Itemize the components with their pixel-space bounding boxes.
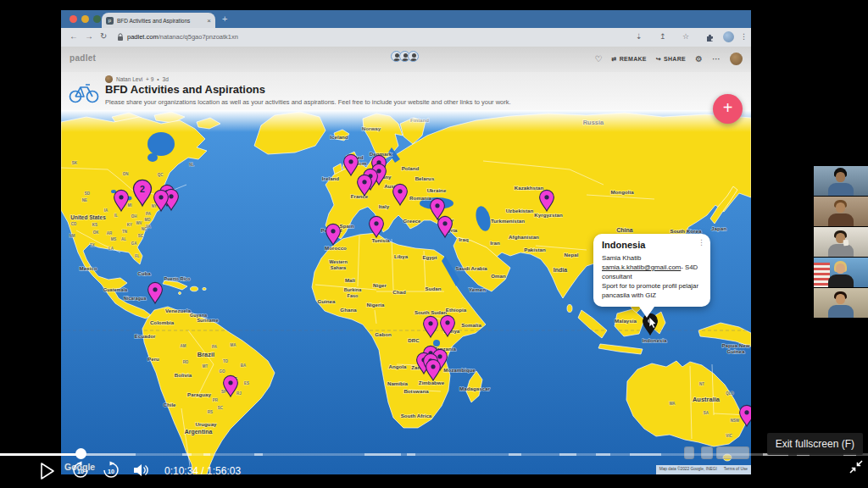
- terms-of-use-link[interactable]: Terms of Use: [721, 465, 751, 474]
- popup-email-link[interactable]: samia.k.khatib@gmail.com: [602, 263, 681, 271]
- region-label: VIC: [726, 434, 732, 438]
- region-label: BA: [241, 363, 247, 368]
- map-attribution: Map data ©2022 Google, INEGITerms of Use: [656, 465, 751, 474]
- map-pin[interactable]: [438, 216, 453, 237]
- page-description: Please share your organizations location…: [105, 98, 698, 106]
- volume-button[interactable]: [132, 463, 151, 478]
- popup-tail: [639, 307, 654, 318]
- region-label: QLD: [726, 391, 734, 396]
- country-label: Tunisia: [371, 237, 390, 243]
- country-label: Peru: [147, 356, 159, 362]
- video-call-participants: [814, 166, 868, 319]
- country-label: United States: [70, 214, 106, 220]
- country-label: Finland: [410, 117, 429, 123]
- participant-tile[interactable]: [814, 258, 868, 287]
- traffic-light-minimize[interactable]: [81, 15, 89, 23]
- traffic-light-close[interactable]: [70, 15, 77, 23]
- region-label: PR: [213, 398, 219, 402]
- region-label: LA: [108, 247, 114, 251]
- play-button[interactable]: [39, 462, 56, 480]
- region-label: TO: [223, 359, 229, 363]
- new-tab-button[interactable]: +: [222, 14, 227, 24]
- more-ellipsis-icon[interactable]: ⋯: [712, 54, 721, 64]
- region-label: WV: [136, 221, 142, 225]
- country-label: Argentina: [185, 429, 213, 435]
- share-icon: ↪: [656, 56, 661, 63]
- lock-icon: [117, 33, 124, 42]
- exit-fullscreen-icon[interactable]: [848, 458, 865, 475]
- participant-tile[interactable]: [814, 197, 868, 226]
- region-label: NSW: [731, 419, 740, 423]
- country-label: South Sudan: [415, 309, 447, 315]
- send-tab-icon[interactable]: ↥: [659, 32, 666, 41]
- heart-icon[interactable]: ♡: [595, 54, 603, 64]
- country-label: Russia: [583, 119, 604, 126]
- country-label: Afghanistan: [509, 234, 539, 240]
- region-label: SD: [85, 191, 91, 196]
- bookmark-star-icon[interactable]: ☆: [682, 32, 689, 41]
- svg-text:10: 10: [108, 469, 114, 474]
- exit-fullscreen-tooltip: Exit fullscreen (F): [767, 433, 863, 455]
- page-title: BFD Activities and Aspirations: [105, 83, 265, 96]
- browser-profile-avatar[interactable]: [723, 31, 734, 42]
- country-label: Cuba: [137, 270, 151, 276]
- country-label: Colombia: [150, 319, 175, 325]
- country-label: Kyrgyzstan: [534, 212, 563, 218]
- share-button[interactable]: ↪SHARE: [656, 56, 686, 63]
- country-label: Ecuador: [135, 333, 156, 339]
- svg-text:10: 10: [77, 469, 84, 474]
- region-label: RJ: [236, 391, 242, 396]
- presence-avatar: [408, 51, 419, 62]
- time-display: 0:10:34 / 1:56:03: [164, 465, 241, 477]
- region-label: PA: [146, 212, 152, 216]
- region-label: TX: [90, 243, 95, 247]
- remake-button[interactable]: ⇄REMAKE: [612, 56, 647, 63]
- country-label: Egypt: [422, 254, 437, 260]
- forward-icon[interactable]: →: [85, 31, 93, 41]
- user-avatar[interactable]: [730, 53, 743, 65]
- install-icon[interactable]: ⇣: [636, 32, 643, 41]
- forward-10-button[interactable]: 10: [102, 461, 120, 480]
- participant-tile[interactable]: [814, 166, 868, 196]
- country-label: Botswana: [403, 388, 429, 394]
- browser-tab[interactable]: p BFD Activities and Aspirations ×: [102, 13, 215, 28]
- region-label: MI: [128, 203, 132, 208]
- reload-icon[interactable]: ↻: [100, 31, 107, 41]
- participant-tile[interactable]: [814, 288, 868, 318]
- country-label: Saudi Arabia: [455, 265, 487, 271]
- region-label: KS: [92, 223, 97, 227]
- browser-toolbar: ← → ↻ padlet.com/natanac/q5gao7pnzoatk1x…: [61, 28, 751, 47]
- address-bar[interactable]: padlet.com/natanac/q5gao7pnzoatk1xn: [127, 33, 238, 41]
- participant-tile[interactable]: [814, 227, 868, 257]
- region-label: NT: [699, 382, 704, 386]
- country-label: Madagascar: [459, 385, 490, 391]
- country-label: South Africa: [401, 413, 432, 419]
- rewind-10-button[interactable]: 10: [71, 461, 90, 480]
- region-label: RO: [183, 360, 189, 364]
- country-label: Nigeria: [367, 302, 386, 308]
- add-post-fab[interactable]: +: [713, 94, 743, 124]
- region-label: AR: [107, 231, 113, 236]
- popup-line: pancasila with GIZ: [602, 291, 702, 300]
- progress-handle[interactable]: [75, 448, 86, 459]
- traffic-light-zoom[interactable]: [93, 15, 101, 23]
- gear-icon[interactable]: ⚙: [695, 54, 703, 64]
- tab-title: BFD Activities and Aspirations: [117, 18, 203, 24]
- popup-kebab-icon[interactable]: ⋮: [698, 238, 705, 247]
- country-label: South Korea: [670, 228, 702, 234]
- region-label: NL: [189, 163, 194, 167]
- country-label: Uruguay: [195, 421, 217, 427]
- back-icon[interactable]: ←: [70, 31, 78, 41]
- map-pin[interactable]: [148, 282, 163, 303]
- popup-line: Samia Khatib: [602, 253, 702, 263]
- country-label: China: [616, 227, 633, 233]
- country-label: Ethiopia: [446, 307, 467, 313]
- browser-menu-kebab-icon[interactable]: ⋮: [740, 32, 748, 41]
- country-label: Turkmenistan: [491, 218, 525, 224]
- world-map[interactable]: IcelandNorwayFinlandRussiaIrelandUnitedK…: [61, 110, 751, 474]
- extensions-puzzle-icon[interactable]: [705, 33, 715, 42]
- region-label: SP: [221, 390, 226, 394]
- tab-close-icon[interactable]: ×: [207, 17, 211, 25]
- padlet-favicon: p: [106, 17, 114, 25]
- region-label: OH: [131, 214, 137, 219]
